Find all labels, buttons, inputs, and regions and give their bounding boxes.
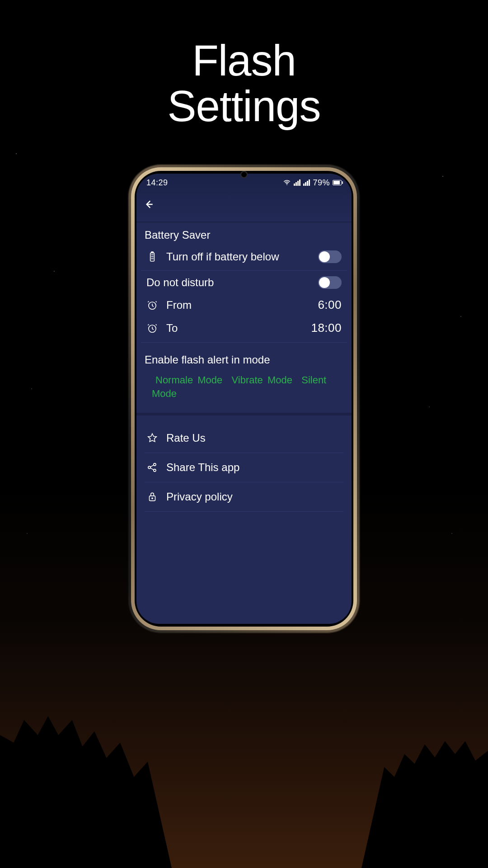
- battery-saver-toggle[interactable]: [318, 250, 342, 263]
- battery-icon: [333, 180, 342, 185]
- svg-point-0: [287, 184, 288, 185]
- mode-normal[interactable]: Normale Mode: [155, 374, 222, 386]
- rate-us-label: Rate Us: [166, 432, 206, 444]
- svg-line-11: [150, 465, 154, 467]
- promo-headline-line2: Settings: [0, 84, 488, 129]
- svg-rect-2: [151, 252, 153, 253]
- dnd-header: Do not disturb: [146, 276, 214, 289]
- front-camera-dot: [240, 171, 248, 178]
- signal-icon-2: [303, 179, 310, 186]
- status-time: 14:29: [146, 178, 168, 188]
- dnd-toggle[interactable]: [318, 276, 342, 289]
- back-button[interactable]: [143, 198, 155, 212]
- modes-list[interactable]: Normale Mode Vibrate Mode Silent Mode: [145, 371, 343, 405]
- lock-icon: [146, 491, 158, 503]
- share-row[interactable]: Share This app: [145, 453, 343, 482]
- battery-saver-header: Battery Saver: [145, 229, 343, 241]
- privacy-label: Privacy policy: [166, 491, 233, 503]
- mode-vibrate[interactable]: Vibrate Mode: [232, 374, 292, 386]
- battery-saver-toggle-label: Turn off if battery below: [166, 250, 279, 263]
- svg-rect-13: [150, 496, 155, 501]
- signal-icon: [294, 179, 300, 186]
- rate-us-row[interactable]: Rate Us: [145, 424, 343, 453]
- dnd-from-row[interactable]: From 6:00: [145, 293, 343, 316]
- dnd-from-label: From: [166, 299, 192, 311]
- share-icon: [146, 462, 158, 473]
- share-label: Share This app: [166, 461, 239, 474]
- star-icon: [146, 432, 158, 444]
- dnd-to-row[interactable]: To 18:00: [145, 316, 343, 340]
- status-battery-text: 79%: [313, 178, 330, 188]
- promo-headline: Flash Settings: [0, 0, 488, 129]
- battery-saver-toggle-row[interactable]: Turn off if battery below: [145, 246, 343, 268]
- privacy-row[interactable]: Privacy policy: [145, 482, 343, 511]
- svg-point-9: [154, 463, 156, 466]
- dnd-from-value: 6:00: [318, 298, 342, 312]
- modes-header: Enable flash alert in mode: [145, 354, 343, 366]
- svg-point-10: [154, 469, 156, 472]
- promo-headline-line1: Flash: [0, 38, 488, 84]
- svg-line-12: [150, 468, 154, 470]
- wifi-icon: [283, 179, 291, 187]
- alarm-clock-icon: [146, 299, 158, 311]
- dnd-to-label: To: [166, 322, 178, 335]
- alarm-clock-icon: [146, 322, 158, 334]
- svg-point-8: [148, 467, 150, 469]
- dnd-to-value: 18:00: [311, 321, 342, 335]
- battery-icon: [146, 251, 158, 263]
- phone-mockup: 14:29 79%: [131, 167, 357, 630]
- svg-point-14: [152, 498, 153, 499]
